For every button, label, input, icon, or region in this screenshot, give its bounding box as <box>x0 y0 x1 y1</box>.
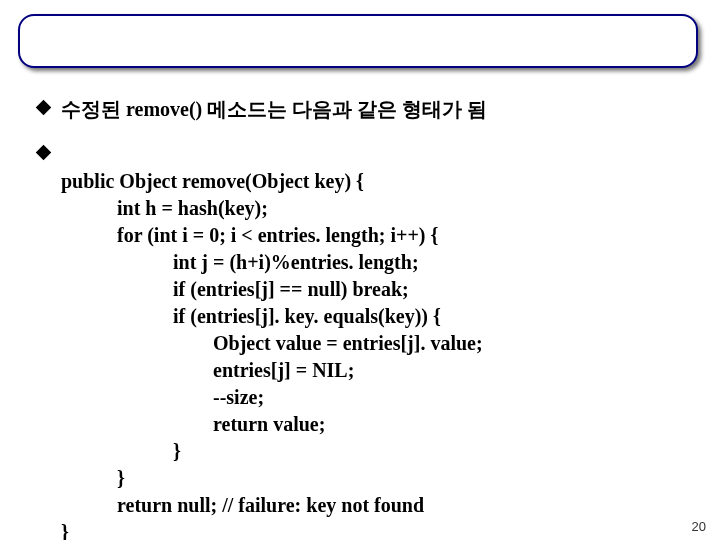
code-line: return null; // failure: key not found <box>61 492 483 519</box>
bullet-item-2: public Object remove(Object key) { int h… <box>38 141 690 540</box>
code-line: entries[j] = NIL; <box>61 357 483 384</box>
code-line: public Object remove(Object key) { <box>61 170 364 192</box>
bullet-1-text: 수정된 remove() 메소드는 다음과 같은 형태가 됨 <box>61 96 487 123</box>
code-line: int j = (h+i)%entries. length; <box>61 249 483 276</box>
code-line: if (entries[j]. key. equals(key)) { <box>61 303 483 330</box>
diamond-bullet-icon <box>36 145 52 161</box>
code-line: if (entries[j] == null) break; <box>61 276 483 303</box>
title-placeholder-box <box>18 14 698 68</box>
diamond-bullet-icon <box>36 100 52 116</box>
code-line: } <box>61 438 483 465</box>
slide-content: 수정된 remove() 메소드는 다음과 같은 형태가 됨 public Ob… <box>38 96 690 540</box>
code-line: --size; <box>61 384 483 411</box>
code-line: } <box>61 519 483 540</box>
code-line: int h = hash(key); <box>61 195 483 222</box>
code-line: return value; <box>61 411 483 438</box>
page-number: 20 <box>692 519 706 534</box>
bullet-item-1: 수정된 remove() 메소드는 다음과 같은 형태가 됨 <box>38 96 690 123</box>
code-line: Object value = entries[j]. value; <box>61 330 483 357</box>
code-line: for (int i = 0; i < entries. length; i++… <box>61 222 483 249</box>
code-block: public Object remove(Object key) { int h… <box>61 141 483 540</box>
code-line: } <box>61 465 483 492</box>
